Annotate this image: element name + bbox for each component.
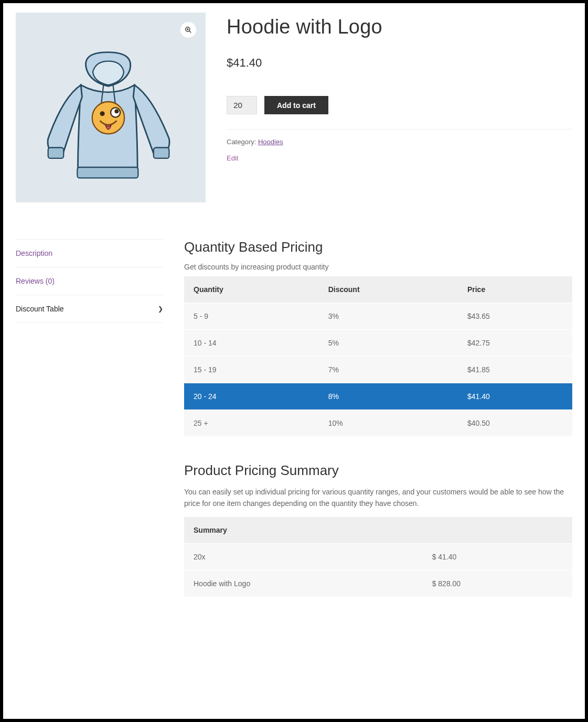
quantity-stepper[interactable] — [227, 96, 257, 114]
table-row: 15 - 197%$41.85 — [184, 357, 572, 383]
product-image[interactable] — [45, 49, 176, 198]
discount-table: Quantity Discount Price 5 - 93%$43.6510 … — [184, 276, 572, 436]
pps-description: You can easily set up individual pricing… — [184, 486, 572, 510]
summary-product-name: Hoodie with Logo — [184, 570, 423, 597]
cell-price: $40.50 — [458, 410, 572, 437]
qbp-heading: Quantity Based Pricing — [184, 239, 572, 255]
product-gallery — [16, 13, 206, 202]
svg-rect-4 — [48, 147, 64, 158]
cell-price: $41.85 — [458, 357, 572, 383]
cell-discount: 5% — [319, 330, 458, 357]
tab-discount-label: Discount Table — [16, 305, 64, 313]
svg-point-14 — [114, 109, 119, 113]
cell-price: $41.40 — [458, 383, 572, 410]
cell-discount: 3% — [319, 303, 458, 330]
zoom-icon[interactable] — [180, 22, 196, 38]
quantity-input[interactable] — [229, 101, 254, 110]
col-discount: Discount — [319, 276, 458, 303]
svg-rect-5 — [154, 147, 169, 158]
svg-rect-6 — [77, 167, 138, 178]
product-tabs: Description Reviews (0) Discount Table ❯ — [16, 239, 163, 623]
col-price: Price — [458, 276, 572, 303]
edit-link[interactable]: Edit — [227, 154, 238, 162]
table-row: 5 - 93%$43.65 — [184, 303, 572, 330]
cell-price: $43.65 — [458, 303, 572, 330]
qbp-subtitle: Get discounts by increasing product quan… — [184, 263, 572, 271]
cell-price: $42.75 — [458, 330, 572, 357]
summary-qty: 20x — [184, 543, 423, 570]
cell-quantity: 20 - 24 — [184, 383, 319, 410]
col-summary: Summary — [184, 517, 572, 544]
table-row: Hoodie with Logo $ 828.00 — [184, 570, 572, 597]
category-link[interactable]: Hoodies — [258, 138, 283, 146]
table-row: 25 +10%$40.50 — [184, 410, 572, 437]
summary-table: Summary 20x $ 41.40 Hoodie with Logo $ 8… — [184, 517, 572, 597]
tab-description[interactable]: Description — [16, 240, 163, 267]
product-price: $41.40 — [227, 56, 572, 70]
pps-heading: Product Pricing Summary — [184, 462, 572, 479]
table-row: 20x $ 41.40 — [184, 543, 572, 570]
svg-point-12 — [100, 111, 105, 116]
cell-quantity: 15 - 19 — [184, 357, 319, 383]
table-row: 10 - 145%$42.75 — [184, 330, 572, 357]
add-to-cart-button[interactable]: Add to cart — [264, 96, 328, 114]
col-quantity: Quantity — [184, 276, 319, 303]
tab-reviews[interactable]: Reviews (0) — [16, 267, 163, 295]
cell-discount: 10% — [319, 410, 458, 437]
tab-discount-table[interactable]: Discount Table ❯ — [16, 295, 163, 323]
svg-line-1 — [189, 31, 191, 33]
table-row: 20 - 248%$41.40 — [184, 383, 572, 410]
chevron-right-icon: ❯ — [158, 305, 163, 312]
cell-discount: 8% — [319, 383, 458, 410]
cell-quantity: 10 - 14 — [184, 330, 319, 357]
product-title: Hoodie with Logo — [227, 16, 572, 38]
summary-unit-price: $ 41.40 — [423, 543, 572, 570]
product-category: Category: Hoodies — [227, 138, 572, 146]
summary-total: $ 828.00 — [423, 570, 572, 597]
cell-discount: 7% — [319, 357, 458, 383]
cell-quantity: 25 + — [184, 410, 319, 437]
cell-quantity: 5 - 9 — [184, 303, 319, 330]
category-label: Category: — [227, 138, 258, 146]
